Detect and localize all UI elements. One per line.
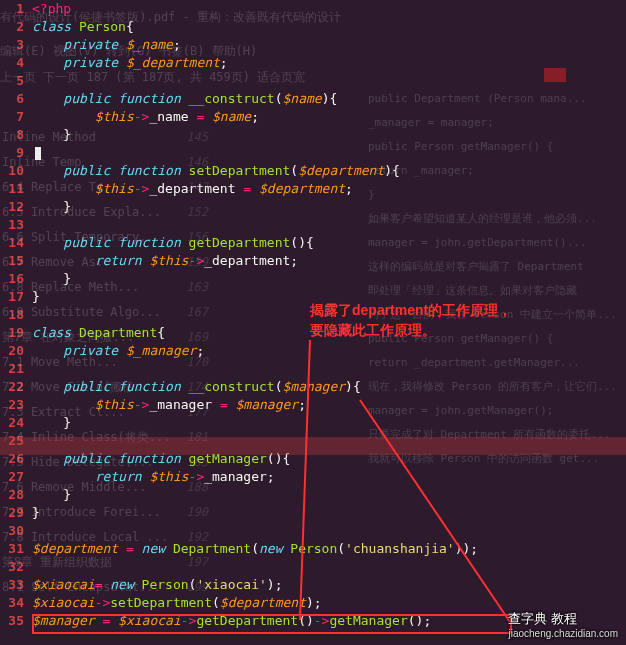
line-number: 22: [0, 378, 24, 396]
line-number: 19: [0, 324, 24, 342]
code-line[interactable]: $this->_manager = $manager;: [32, 396, 626, 414]
line-number: 11: [0, 180, 24, 198]
line-number: 34: [0, 594, 24, 612]
text-cursor: [35, 147, 41, 160]
line-number: 21: [0, 360, 24, 378]
code-line[interactable]: }: [32, 126, 626, 144]
line-number: 3: [0, 36, 24, 54]
code-line[interactable]: [32, 558, 626, 576]
line-number: 8: [0, 126, 24, 144]
line-number: 18: [0, 306, 24, 324]
flag-icon: [544, 68, 566, 82]
annotation-line-1: 揭露了department的工作原理，: [310, 300, 512, 320]
code-line[interactable]: [32, 360, 626, 378]
code-line[interactable]: public function __construct($name){: [32, 90, 626, 108]
code-line[interactable]: <?php: [32, 0, 626, 18]
code-line[interactable]: return $this->_department;: [32, 252, 626, 270]
code-line[interactable]: $this->_department = $department;: [32, 180, 626, 198]
line-number: 12: [0, 198, 24, 216]
annotation-line-2: 要隐藏此工作原理。: [310, 320, 436, 340]
line-number: 23: [0, 396, 24, 414]
code-line[interactable]: private $_manager;: [32, 342, 626, 360]
code-line[interactable]: [32, 432, 626, 450]
line-number: 2: [0, 18, 24, 36]
watermark-sub: jiaocheng.chazidian.com: [508, 628, 618, 639]
code-line[interactable]: $this->_name = $name;: [32, 108, 626, 126]
watermark: 查字典 教程 jiaocheng.chazidian.com: [508, 610, 618, 639]
line-number: 1: [0, 0, 24, 18]
code-line[interactable]: }: [32, 504, 626, 522]
code-line[interactable]: private $_name;: [32, 36, 626, 54]
line-number: 25: [0, 432, 24, 450]
code-line[interactable]: private $_department;: [32, 54, 626, 72]
code-line[interactable]: [32, 522, 626, 540]
line-number: 33: [0, 576, 24, 594]
line-number: 31: [0, 540, 24, 558]
line-number: 9: [0, 144, 24, 162]
code-line[interactable]: class Person{: [32, 18, 626, 36]
line-number: 17: [0, 288, 24, 306]
code-line[interactable]: $department = new Department(new Person(…: [32, 540, 626, 558]
line-number: 29: [0, 504, 24, 522]
line-number: 10: [0, 162, 24, 180]
code-editor[interactable]: 1234567891011121314151617181920212223242…: [0, 0, 626, 645]
code-line[interactable]: }: [32, 486, 626, 504]
line-number: 30: [0, 522, 24, 540]
line-number: 26: [0, 450, 24, 468]
line-number: 24: [0, 414, 24, 432]
line-number: 27: [0, 468, 24, 486]
code-line[interactable]: $xiaocai= new Person('xiaocai');: [32, 576, 626, 594]
watermark-main: 查字典 教程: [508, 611, 577, 626]
code-line[interactable]: }: [32, 414, 626, 432]
line-number: 35: [0, 612, 24, 630]
line-number-gutter: 1234567891011121314151617181920212223242…: [0, 0, 32, 645]
code-line[interactable]: }: [32, 270, 626, 288]
code-line[interactable]: public function getDepartment(){: [32, 234, 626, 252]
line-number: 7: [0, 108, 24, 126]
code-line[interactable]: public function __construct($manager){: [32, 378, 626, 396]
code-line[interactable]: }: [32, 198, 626, 216]
code-line[interactable]: public function setDepartment($departmen…: [32, 162, 626, 180]
line-number: 5: [0, 72, 24, 90]
line-number: 15: [0, 252, 24, 270]
line-number: 4: [0, 54, 24, 72]
line-number: 16: [0, 270, 24, 288]
code-line[interactable]: public function getManager(){: [32, 450, 626, 468]
code-line[interactable]: [32, 144, 626, 162]
line-number: 28: [0, 486, 24, 504]
code-line[interactable]: [32, 72, 626, 90]
line-number: 32: [0, 558, 24, 576]
code-line[interactable]: [32, 216, 626, 234]
line-number: 14: [0, 234, 24, 252]
line-number: 6: [0, 90, 24, 108]
line-number: 13: [0, 216, 24, 234]
code-line[interactable]: return $this->_manager;: [32, 468, 626, 486]
line-number: 20: [0, 342, 24, 360]
